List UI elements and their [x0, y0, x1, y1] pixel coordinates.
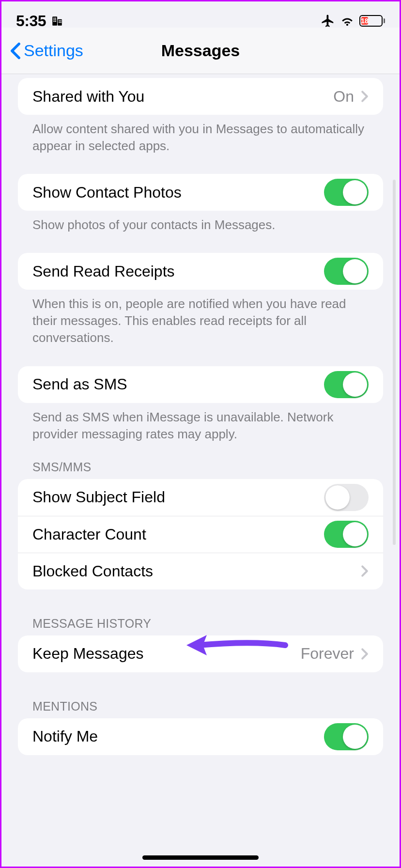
airplane-mode-icon [321, 14, 335, 28]
svg-rect-6 [53, 21, 54, 22]
send-read-receipts-cell[interactable]: Send Read Receipts [18, 253, 383, 290]
home-indicator[interactable] [142, 855, 259, 860]
cell-label: Send as SMS [32, 375, 127, 393]
shared-with-you-cell[interactable]: Shared with You On [18, 78, 383, 115]
svg-rect-4 [53, 19, 54, 20]
message-history-header: MESSAGE HISTORY [18, 617, 383, 636]
cell-label: Show Contact Photos [32, 184, 182, 202]
blocked-contacts-cell[interactable]: Blocked Contacts [18, 553, 383, 589]
cell-label: Keep Messages [32, 645, 143, 663]
chevron-right-icon [361, 90, 369, 103]
battery-percent: 18 [361, 17, 369, 25]
scrollbar[interactable] [393, 180, 396, 545]
nav-title: Messages [161, 41, 240, 60]
send-as-sms-cell[interactable]: Send as SMS [18, 366, 383, 403]
cell-label: Blocked Contacts [32, 562, 153, 580]
shared-footer: Allow content shared with you in Message… [18, 115, 383, 155]
svg-rect-3 [55, 18, 56, 19]
cell-label: Shared with You [32, 88, 144, 106]
character-count-toggle[interactable] [324, 521, 369, 548]
show-subject-field-toggle[interactable] [324, 484, 369, 511]
sms-footer: Send as SMS when iMessage is unavailable… [18, 403, 383, 443]
status-left: 5:35 [16, 12, 63, 30]
show-subject-field-cell[interactable]: Show Subject Field [18, 479, 383, 516]
svg-rect-0 [52, 16, 57, 25]
svg-rect-8 [59, 20, 60, 21]
show-contact-photos-toggle[interactable] [324, 179, 369, 206]
notify-me-toggle[interactable] [324, 723, 369, 750]
notify-me-cell[interactable]: Notify Me [18, 718, 383, 755]
svg-rect-5 [55, 19, 56, 20]
settings-scroll[interactable]: Shared with You On Allow content shared … [1, 78, 400, 867]
cell-label: Notify Me [32, 728, 98, 745]
show-contact-photos-cell[interactable]: Show Contact Photos [18, 174, 383, 211]
back-label: Settings [24, 41, 83, 60]
keep-messages-cell[interactable]: Keep Messages Forever [18, 636, 383, 672]
battery-indicator: 18 [359, 15, 385, 27]
send-read-receipts-toggle[interactable] [324, 258, 369, 285]
cell-label: Character Count [32, 526, 146, 543]
building-icon [51, 15, 63, 27]
photos-footer: Show photos of your contacts in Messages… [18, 211, 383, 233]
svg-rect-7 [55, 21, 56, 22]
svg-rect-9 [61, 20, 62, 21]
svg-rect-2 [53, 18, 54, 19]
cell-value: Forever [301, 645, 354, 663]
receipts-footer: When this is on, people are notified whe… [18, 290, 383, 346]
cell-label: Show Subject Field [32, 488, 165, 506]
send-as-sms-toggle[interactable] [324, 371, 369, 398]
wifi-icon [340, 15, 355, 27]
mentions-header: MENTIONS [18, 699, 383, 718]
status-bar: 5:35 18 [1, 1, 400, 28]
back-button[interactable]: Settings [10, 41, 83, 60]
smsmms-header: SMS/MMS [18, 460, 383, 479]
cell-label: Send Read Receipts [32, 263, 175, 280]
svg-rect-11 [61, 22, 62, 23]
cell-value: On [333, 88, 354, 106]
status-time: 5:35 [16, 12, 46, 30]
nav-bar: Settings Messages [1, 28, 400, 74]
status-right: 18 [321, 14, 385, 28]
svg-rect-10 [59, 22, 60, 23]
character-count-cell[interactable]: Character Count [18, 516, 383, 553]
chevron-right-icon [361, 648, 369, 660]
chevron-right-icon [361, 565, 369, 577]
